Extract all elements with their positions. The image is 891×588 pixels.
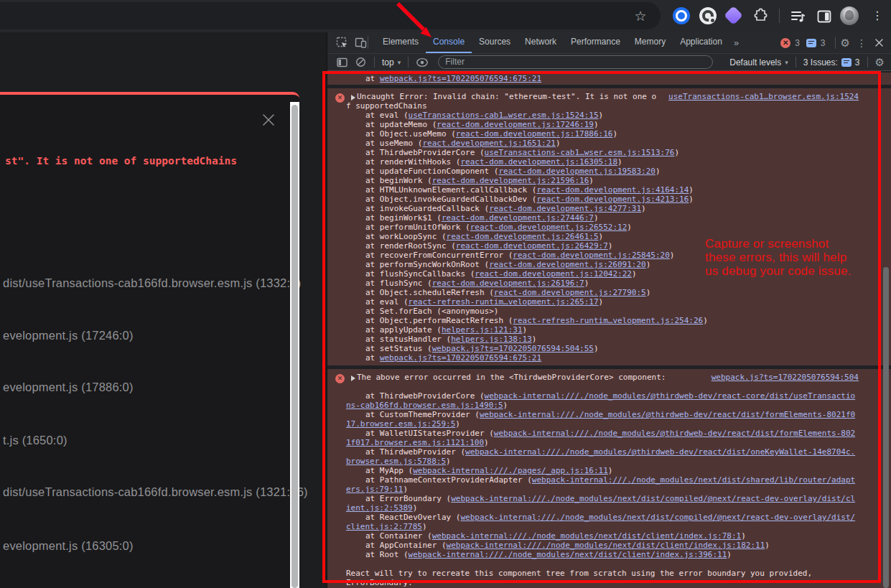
more-tabs-chevron-icon[interactable]: » [729,37,743,48]
context-selector[interactable]: top▾ [382,57,401,67]
tab-network[interactable]: Network [518,32,564,53]
annotation-arrow [386,0,444,43]
overlay-error-message: st". It is not one of supportedChains [5,155,237,167]
media-controls-icon[interactable] [789,8,806,25]
extension-icon-blue[interactable] [673,7,690,24]
profile-avatar[interactable] [840,6,859,25]
error-count-icon[interactable]: ✕ [780,38,790,48]
console-scrollbar-thumb[interactable] [883,267,889,588]
toolbar-divider [374,57,375,67]
overlay-frame-file: evelopment.js (16305:0) [3,539,134,553]
chevron-down-icon: ▾ [398,59,401,66]
extension-icon-purple-diamond[interactable] [724,6,743,25]
console-toolbar: top▾ Filter Default levels▾ 3 Issues: 3 … [327,53,891,71]
extension-icon-gray[interactable] [699,7,717,24]
tab-memory[interactable]: Memory [628,32,673,53]
error-count[interactable]: 3 [795,38,800,48]
issues-icon [841,58,852,67]
tab-sources[interactable]: Sources [472,32,518,53]
annotation-note: Capture or screenshot these errors, this… [705,237,851,278]
device-toolbar-icon[interactable] [354,37,367,50]
web-page-background: st". It is not one of supportedChains di… [0,32,327,588]
console-sidebar-icon[interactable] [335,56,348,69]
devtools-settings-gear-icon[interactable]: ⚙ [841,37,850,50]
bookmark-star-icon[interactable]: ☆ [633,8,648,24]
log-levels-dropdown[interactable]: Default levels▾ [729,57,788,67]
chevron-down-icon: ▾ [785,59,788,66]
extensions-puzzle-icon[interactable] [752,7,769,24]
overlay-frame-file: t.js (1650:0) [3,434,67,447]
tab-application[interactable]: Application [673,32,729,53]
overlay-frame-file: dist/useTransactions-cab166fd.browser.es… [3,276,301,290]
overlay-scrollbar-thumb[interactable] [291,105,298,588]
close-icon[interactable] [261,112,276,128]
overlay-frame-file: evelopment.js (17886:0) [3,381,134,394]
toolbar-divider [408,57,409,67]
side-panel-icon[interactable] [816,8,833,25]
annotation-rectangle [322,71,881,583]
address-bar[interactable] [0,2,661,29]
inspect-element-icon[interactable] [335,37,348,50]
clear-console-icon[interactable] [354,56,367,69]
browser-toolbar: ☆ ⋮ [0,0,891,32]
devtools-kebab-icon[interactable]: ⋮ [852,37,871,49]
devtools-close-icon[interactable] [873,38,885,47]
tabbar-divider [368,36,368,49]
overlay-frame-file: dist/useTransactions-cab166fd.browser.es… [3,485,308,499]
toolbar-divider [867,57,868,67]
overlay-scrollbar[interactable] [290,102,299,588]
tabbar-divider [835,37,836,49]
message-count[interactable]: 3 [821,38,826,48]
console-settings-gear-icon[interactable]: ⚙ [875,56,885,69]
live-expression-eye-icon[interactable] [416,56,429,69]
filter-input[interactable]: Filter [438,55,713,69]
toolbar-divider [796,57,796,67]
overlay-frame-file: evelopment.js (17246:0) [3,329,134,342]
tab-performance[interactable]: Performance [564,32,628,53]
message-count-icon[interactable] [806,39,816,47]
toolbar-divider [779,9,780,23]
browser-menu-kebab-icon[interactable]: ⋮ [872,8,882,24]
issues-counter[interactable]: 3 Issues: 3 [803,57,860,67]
nextjs-error-overlay: st". It is not one of supportedChains di… [0,92,299,588]
